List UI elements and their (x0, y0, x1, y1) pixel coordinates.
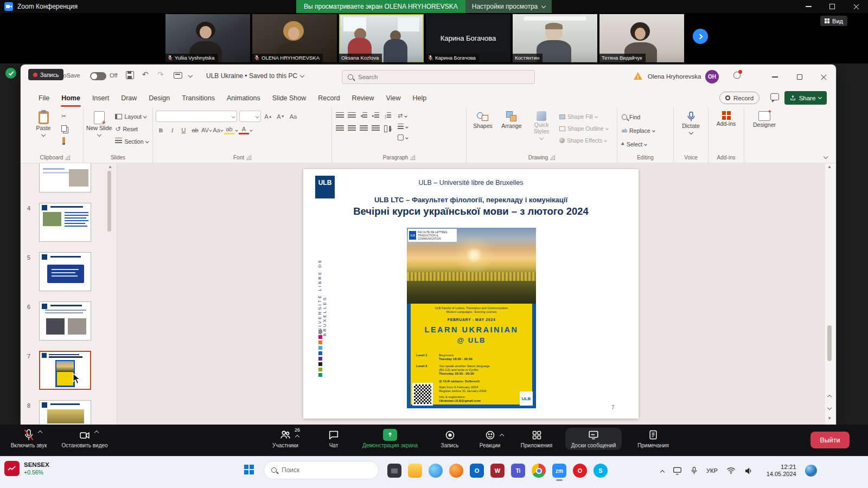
layout-button[interactable]: Layout (113, 111, 150, 122)
dictate-button[interactable]: Dictate (678, 110, 705, 153)
file-explorer-icon[interactable] (408, 464, 422, 478)
video-tile[interactable]: OLENA HRYHOREVSKA (252, 14, 337, 62)
reactions-button[interactable]: Реакции (473, 428, 507, 448)
tray-display-icon[interactable] (673, 467, 682, 475)
start-button[interactable] (244, 465, 254, 474)
ppt-restore-button[interactable] (787, 65, 812, 89)
quick-access-overflow-icon[interactable] (188, 73, 193, 78)
taskbar-widget[interactable]: SENSEX +0.56% (4, 461, 49, 476)
undo-icon[interactable]: ↶ (142, 70, 149, 79)
underline-button[interactable]: U (178, 125, 189, 135)
change-case-button[interactable]: Aa (213, 125, 223, 135)
shape-fill-button[interactable]: Shape Fill (558, 112, 610, 121)
zoom-minimize-button[interactable] (796, 0, 820, 13)
decrease-font-size-button[interactable]: A▼ (276, 111, 286, 121)
tray-widget-icon[interactable] (805, 465, 817, 477)
columns-button[interactable] (382, 124, 393, 134)
tab-view[interactable]: View (380, 89, 407, 107)
align-left-button[interactable] (335, 124, 345, 134)
reset-button[interactable]: ↺Reset (113, 123, 150, 134)
video-options-chevron-icon[interactable] (94, 431, 99, 435)
reactions-chevron-icon[interactable] (499, 434, 503, 438)
tab-insert[interactable]: Insert (86, 89, 115, 107)
word-icon[interactable]: W (490, 464, 505, 478)
shape-effects-button[interactable]: Shape Effects (558, 136, 610, 145)
participants-button[interactable]: 26 Участники (265, 428, 306, 448)
align-text-button[interactable] (396, 122, 410, 131)
tab-animations[interactable]: Animations (221, 89, 266, 107)
drawing-dialog-launcher-icon[interactable] (550, 155, 555, 160)
strikethrough-button[interactable]: ab (190, 125, 200, 135)
leave-button[interactable]: Выйти (810, 432, 850, 448)
zoom-maximize-button[interactable] (820, 0, 844, 13)
thumbnail-slide-5[interactable] (39, 252, 91, 291)
tab-review[interactable]: Review (346, 89, 380, 107)
share-button[interactable]: Share (784, 91, 827, 105)
stop-video-button[interactable]: Остановить видео (56, 428, 113, 448)
clipboard-dialog-launcher-icon[interactable] (65, 155, 70, 160)
autosave-toggle[interactable] (90, 72, 106, 80)
avatar[interactable]: OH (705, 70, 719, 84)
quick-styles-button[interactable]: Quick Styles (527, 110, 556, 153)
volume-icon[interactable] (744, 467, 753, 475)
italic-button[interactable]: I (167, 125, 177, 135)
start-slideshow-icon[interactable] (174, 72, 182, 79)
align-right-button[interactable] (359, 124, 369, 134)
convert-smartart-button[interactable] (396, 133, 410, 142)
record-button[interactable]: Record (719, 92, 760, 104)
tray-overflow-chevron-icon[interactable] (660, 470, 665, 474)
chrome-icon[interactable] (532, 464, 546, 478)
redo-icon[interactable]: ↷ (157, 70, 164, 79)
teams-icon[interactable]: Ti (511, 464, 525, 478)
slide[interactable]: ULB ULB – Université libre de Bruxelles … (303, 169, 639, 419)
tab-draw[interactable]: Draw (115, 89, 143, 107)
opera-icon[interactable]: O (573, 464, 587, 478)
video-tile[interactable]: Oksana Kozlova (339, 14, 424, 62)
taskbar-search[interactable] (264, 461, 379, 479)
format-painter-button[interactable] (59, 135, 69, 145)
mute-options-chevron-icon[interactable] (38, 431, 42, 435)
thumbnail-slide-4[interactable] (39, 203, 91, 242)
highlight-color-button[interactable]: ab (224, 125, 234, 134)
tray-mic-icon[interactable] (691, 466, 698, 475)
next-participants-button[interactable] (693, 29, 708, 44)
increase-font-size-button[interactable]: A▲ (263, 111, 273, 121)
section-button[interactable]: Section (113, 136, 150, 147)
tab-help[interactable]: Help (406, 89, 432, 107)
bullets-button[interactable] (335, 111, 345, 121)
participants-chevron-icon[interactable] (295, 435, 299, 439)
notes-button[interactable]: Примечания (630, 428, 676, 448)
record-meeting-button[interactable]: Запись (434, 428, 465, 448)
tab-transitions[interactable]: Transitions (176, 89, 221, 107)
new-slide-button[interactable]: New Slide (86, 110, 112, 153)
thumbnail-scroll-up-icon[interactable]: ▲ (108, 164, 112, 169)
shapes-button[interactable]: Shapes (469, 110, 496, 153)
canvas-scrollbar[interactable]: ▲ ▼ (825, 163, 834, 425)
clock[interactable]: 12:21 14.05.2024 (762, 463, 796, 478)
tab-record[interactable]: Record (312, 89, 346, 107)
ppt-close-button[interactable] (812, 65, 836, 89)
next-slide-icon[interactable] (827, 406, 832, 410)
thumbnail-slide-3[interactable] (39, 163, 91, 192)
addins-button[interactable]: Add-ins (713, 110, 740, 153)
lightbulb-icon[interactable] (733, 72, 741, 79)
bold-button[interactable]: B (156, 125, 166, 135)
font-size-combo[interactable] (239, 111, 261, 122)
video-tile[interactable]: Yuliia Vyshnytska (165, 14, 250, 62)
tab-design[interactable]: Design (143, 89, 176, 107)
poster-image[interactable]: ULB FACULTÉ DE LETTRES, TRADUCTION & COM… (407, 228, 536, 408)
font-dialog-launcher-icon[interactable] (246, 155, 251, 160)
find-button[interactable]: Find (620, 111, 671, 123)
shape-outline-button[interactable]: Shape Outline (558, 124, 610, 133)
ppt-minimize-button[interactable] (763, 65, 787, 89)
scrollbar-thumb[interactable] (827, 325, 832, 361)
wifi-icon[interactable] (726, 467, 736, 474)
video-tile[interactable]: Костянтин (513, 14, 597, 62)
taskbar-search-input[interactable] (282, 466, 363, 474)
zoom-close-button[interactable] (844, 0, 868, 13)
decrease-indent-button[interactable]: ◂ (359, 111, 369, 121)
search-box[interactable] (342, 70, 535, 84)
view-button[interactable]: Вид (820, 16, 847, 26)
copy-button[interactable] (59, 123, 69, 133)
scroll-down-icon[interactable]: ▼ (827, 416, 832, 421)
